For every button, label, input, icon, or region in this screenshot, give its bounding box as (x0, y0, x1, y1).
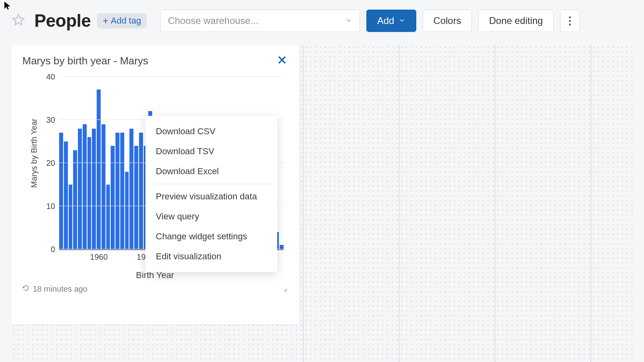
chart-bar[interactable] (64, 141, 68, 249)
warehouse-select[interactable]: Choose warehouse... (160, 10, 360, 32)
refresh-icon (22, 284, 30, 294)
chart-bar[interactable] (87, 137, 91, 249)
menu-view-query[interactable]: View query (145, 207, 277, 227)
chart-bar[interactable] (134, 146, 138, 249)
warehouse-placeholder: Choose warehouse... (168, 15, 258, 26)
chart-bar[interactable] (106, 185, 110, 249)
resize-handle-icon[interactable] (279, 284, 288, 294)
chart-bar[interactable] (59, 133, 63, 249)
grid-column-separator (590, 45, 591, 362)
refresh-label: 18 minutes ago (33, 284, 87, 294)
chart-bar[interactable] (83, 124, 87, 249)
plus-icon: + (103, 16, 108, 26)
grid-column-separator (399, 45, 400, 362)
add-tag-button[interactable]: + Add tag (97, 13, 147, 28)
y-tick-label: 40 (39, 72, 55, 82)
widget-context-menu: Download CSV Download TSV Download Excel… (145, 116, 277, 272)
y-tick-label: 20 (39, 159, 55, 168)
chart-bar[interactable] (78, 129, 82, 249)
chart-bar[interactable] (125, 172, 129, 249)
grid-column-separator (303, 45, 304, 362)
menu-edit-visualization[interactable]: Edit visualization (145, 247, 277, 267)
chart-bar[interactable] (97, 90, 101, 249)
colors-button-label: Colors (433, 15, 461, 26)
chart-bar[interactable] (111, 146, 115, 249)
menu-preview-data[interactable]: Preview visualization data (145, 187, 277, 207)
colors-button[interactable]: Colors (423, 10, 472, 32)
chevron-down-icon (345, 15, 352, 26)
menu-download-tsv[interactable]: Download TSV (145, 141, 277, 161)
y-tick-label: 0 (39, 245, 55, 254)
y-tick-label: 30 (39, 115, 55, 125)
widget-title[interactable]: Marys by birth year - Marys (22, 55, 148, 67)
menu-download-excel[interactable]: Download Excel (145, 161, 277, 181)
grid-column-separator (495, 45, 495, 362)
chart-bar[interactable] (115, 133, 119, 249)
add-button[interactable]: Add (366, 10, 416, 32)
vertical-dots-icon (569, 16, 571, 26)
menu-change-settings[interactable]: Change widget settings (145, 227, 277, 247)
last-refresh[interactable]: 18 minutes ago (22, 284, 87, 294)
done-editing-button[interactable]: Done editing (478, 10, 554, 32)
chart-bar[interactable] (129, 129, 133, 249)
add-button-label: Add (377, 15, 394, 26)
chart-bar[interactable] (101, 124, 105, 249)
y-tick-label: 10 (39, 202, 55, 211)
x-tick-label: 1960 (90, 253, 108, 262)
chart-bar[interactable] (69, 185, 73, 249)
mouse-cursor-icon (3, 1, 13, 12)
favorite-star-icon[interactable] (11, 13, 26, 29)
chart-bar[interactable] (139, 133, 143, 249)
more-options-button[interactable] (560, 10, 580, 32)
chart-bar[interactable] (92, 129, 96, 249)
chart-bar[interactable] (73, 150, 77, 249)
page-title: People (34, 11, 91, 31)
topbar: People + Add tag Choose warehouse... Add… (0, 0, 644, 39)
chevron-down-icon (398, 15, 405, 26)
y-axis-label: Marys by Birth Year (30, 118, 39, 187)
add-tag-label: Add tag (111, 16, 141, 26)
menu-download-csv[interactable]: Download CSV (145, 121, 277, 141)
chart-bar[interactable] (120, 133, 124, 249)
dashboard-grid: Marys by birth year - Marys Marys by Bir… (11, 45, 633, 362)
menu-divider (145, 184, 277, 184)
done-editing-label: Done editing (489, 15, 543, 26)
close-icon[interactable] (276, 54, 288, 67)
